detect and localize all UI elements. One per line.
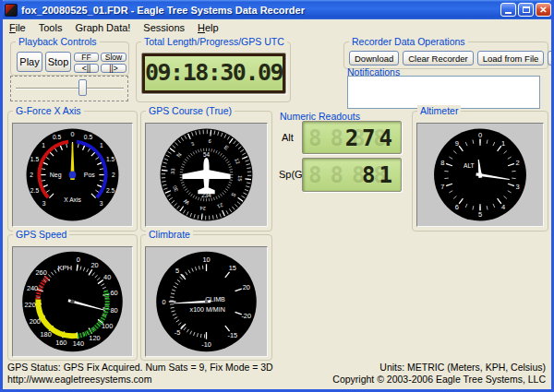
alt-lcd: 8888 274 bbox=[302, 121, 402, 154]
altimeter-gauge: 0123456789ALT bbox=[416, 123, 544, 227]
svg-text:10: 10 bbox=[202, 255, 210, 264]
svg-text:0: 0 bbox=[478, 131, 482, 139]
climbrate-group: Climbrate 101520-20-15-10-505CLIMBx100 M… bbox=[140, 234, 272, 361]
course-caption: GPS Course (True) bbox=[146, 105, 235, 116]
menu-item-graph-data[interactable]: Graph Data! bbox=[68, 21, 137, 34]
svg-text:15: 15 bbox=[229, 264, 236, 272]
svg-text:160: 160 bbox=[55, 339, 66, 347]
svg-text:ALT: ALT bbox=[464, 162, 475, 169]
menu-item-tools[interactable]: Tools bbox=[32, 21, 69, 34]
svg-text:260: 260 bbox=[35, 268, 46, 277]
playback-slider-area bbox=[10, 76, 128, 101]
utc-caption: Total Length/Progress/GPS UTC bbox=[141, 36, 287, 47]
svg-text:2: 2 bbox=[30, 172, 33, 178]
svg-text:120: 120 bbox=[89, 334, 100, 342]
notifications-box[interactable] bbox=[347, 76, 540, 109]
play-button[interactable]: Play bbox=[17, 52, 42, 72]
svg-text:2: 2 bbox=[112, 172, 115, 178]
svg-text:0: 0 bbox=[77, 255, 80, 264]
svg-text:Neg: Neg bbox=[50, 172, 62, 179]
altimeter-group: Altimeter 0123456789ALT bbox=[412, 111, 548, 232]
ff-button[interactable]: FF bbox=[74, 53, 99, 62]
status-gps: GPS Status: GPS Fix Acquired. Num Sats =… bbox=[7, 362, 273, 373]
clear-recorder-button[interactable]: Clear Recorder bbox=[403, 51, 473, 65]
status-units: Units: METRIC (Meters, KPH, Celsius) bbox=[379, 362, 546, 373]
alt-label: Alt bbox=[282, 132, 294, 143]
spg-lcd-value: 81 bbox=[362, 162, 396, 188]
close-button[interactable]: ✕ bbox=[536, 3, 551, 17]
svg-text:1.5: 1.5 bbox=[106, 156, 115, 162]
svg-text:60: 60 bbox=[110, 289, 117, 297]
svg-text:6: 6 bbox=[455, 203, 459, 211]
svg-text:2.5: 2.5 bbox=[106, 187, 115, 194]
svg-text:2: 2 bbox=[516, 159, 520, 167]
playback-slider[interactable] bbox=[16, 77, 124, 101]
gforce-gauge: 00.511.522.530.511.522.53NegPosX Axis bbox=[12, 123, 133, 227]
step-back-button[interactable]: <|| bbox=[74, 64, 99, 73]
svg-text:-15: -15 bbox=[228, 331, 238, 339]
svg-text:0.5: 0.5 bbox=[84, 134, 93, 140]
svg-text:1: 1 bbox=[42, 142, 45, 148]
climbrate-gauge: 101520-20-15-10-505CLIMBx100 M/MIN bbox=[145, 246, 268, 357]
svg-text:0: 0 bbox=[162, 298, 165, 306]
playback-controls-group: Playback Controls Play Stop FF Slow <|| … bbox=[10, 42, 129, 76]
svg-text:3: 3 bbox=[42, 200, 46, 207]
menu-item-file[interactable]: File bbox=[3, 21, 32, 34]
utc-lcd-value: 09:18:30.09 bbox=[145, 56, 283, 90]
status-copyright: Copyright © 2003-2006 Eagle Tree Systems… bbox=[332, 374, 546, 385]
app-icon bbox=[5, 4, 18, 17]
step-forward-button[interactable]: ||> bbox=[101, 64, 126, 73]
slow-button[interactable]: Slow bbox=[101, 53, 126, 62]
menu-item-help[interactable]: Help bbox=[191, 21, 225, 34]
svg-text:9: 9 bbox=[455, 139, 459, 148]
maximize-button[interactable] bbox=[518, 3, 534, 17]
title-bar[interactable]: fox_20080525_01.FDR - Eagle Tree Systems… bbox=[0, 0, 554, 19]
svg-text:1: 1 bbox=[100, 142, 103, 148]
speed-gauge: 020406080100120140160180200220240260KPH bbox=[12, 246, 133, 357]
svg-text:33: 33 bbox=[170, 168, 176, 174]
menu-bar: File Tools Graph Data! Sessions Help bbox=[3, 19, 551, 35]
utc-group: Total Length/Progress/GPS UTC 09:18:30.0… bbox=[136, 42, 291, 102]
playback-slider-thumb[interactable] bbox=[78, 79, 87, 96]
stop-button[interactable]: Stop bbox=[45, 52, 71, 72]
svg-text:7: 7 bbox=[440, 183, 444, 191]
svg-text:24: 24 bbox=[199, 206, 206, 212]
spg-lcd: 8888 81 bbox=[302, 158, 402, 192]
menu-item-sessions[interactable]: Sessions bbox=[137, 21, 191, 34]
download-button[interactable]: Download bbox=[349, 51, 399, 65]
svg-text:3: 3 bbox=[100, 200, 103, 207]
svg-text:5: 5 bbox=[175, 267, 179, 275]
svg-text:220: 220 bbox=[24, 301, 35, 309]
svg-text:240: 240 bbox=[27, 284, 38, 292]
svg-text:234: 234 bbox=[201, 192, 211, 198]
gforce-caption: G-Force X Axis bbox=[13, 105, 84, 116]
svg-text:200: 200 bbox=[30, 317, 41, 326]
svg-text:0: 0 bbox=[70, 130, 74, 138]
svg-text:20: 20 bbox=[90, 261, 98, 269]
svg-text:-10: -10 bbox=[201, 340, 211, 349]
minimize-button[interactable] bbox=[500, 3, 516, 17]
svg-text:-20: -20 bbox=[241, 312, 251, 320]
svg-text:40: 40 bbox=[103, 273, 111, 281]
playback-controls-caption: Playback Controls bbox=[16, 36, 100, 47]
playback-slider-track[interactable] bbox=[16, 88, 124, 89]
course-gauge: N36E1215S2124W303354234 bbox=[145, 123, 268, 227]
svg-text:15: 15 bbox=[237, 175, 244, 182]
svg-text:100: 100 bbox=[102, 322, 113, 330]
svg-text:180: 180 bbox=[40, 330, 51, 339]
main-content: Playback Controls Play Stop FF Slow <|| … bbox=[3, 35, 551, 389]
svg-text:-5: -5 bbox=[175, 328, 181, 337]
course-group: GPS Course (True) N36E1215S2124W30335423… bbox=[140, 111, 272, 232]
recorder-caption: Recorder Data Operations bbox=[349, 36, 468, 47]
svg-text:1.5: 1.5 bbox=[30, 156, 40, 162]
svg-text:54: 54 bbox=[203, 151, 211, 158]
altimeter-caption: Altimeter bbox=[417, 105, 461, 116]
svg-text:4: 4 bbox=[501, 203, 505, 211]
live-mode-button[interactable]: Live Mode bbox=[548, 51, 554, 65]
load-from-file-button[interactable]: Load from File bbox=[477, 51, 545, 65]
app-window: fox_20080525_01.FDR - Eagle Tree Systems… bbox=[0, 0, 554, 392]
speed-group: GPS Speed 020406080100120140160180200220… bbox=[7, 234, 138, 361]
gforce-group: G-Force X Axis 00.511.522.530.511.522.53… bbox=[7, 111, 138, 232]
window-title: fox_20080525_01.FDR - Eagle Tree Systems… bbox=[21, 5, 499, 16]
svg-text:X Axis: X Axis bbox=[64, 196, 81, 203]
